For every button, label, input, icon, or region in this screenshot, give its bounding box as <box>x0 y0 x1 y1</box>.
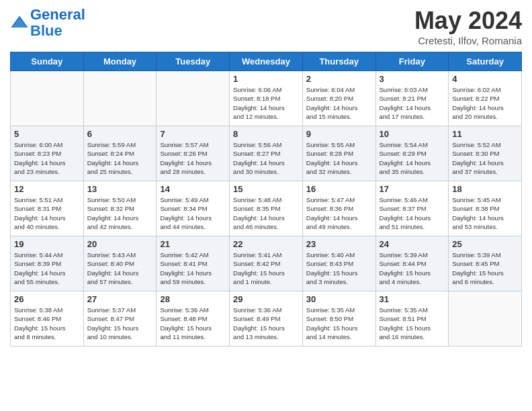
calendar-week-4: 26Sunrise: 5:38 AM Sunset: 8:46 PM Dayli… <box>11 291 522 347</box>
calendar-header-friday: Friday <box>375 52 449 71</box>
calendar-cell: 29Sunrise: 5:36 AM Sunset: 8:49 PM Dayli… <box>230 291 303 347</box>
day-number: 2 <box>306 74 372 84</box>
calendar-header-monday: Monday <box>83 52 157 71</box>
day-number: 3 <box>380 74 445 84</box>
calendar-week-1: 5Sunrise: 6:00 AM Sunset: 8:23 PM Daylig… <box>11 126 522 181</box>
day-info: Sunrise: 5:52 AM Sunset: 8:30 PM Dayligh… <box>452 140 518 176</box>
day-number: 20 <box>87 239 153 249</box>
calendar-cell: 12Sunrise: 5:51 AM Sunset: 8:31 PM Dayli… <box>11 181 84 236</box>
calendar-cell <box>11 71 84 126</box>
calendar-cell: 27Sunrise: 5:37 AM Sunset: 8:47 PM Dayli… <box>83 291 157 347</box>
header: General Blue May 2024 Cretesti, Ilfov, R… <box>10 7 522 46</box>
day-number: 11 <box>452 129 518 139</box>
day-info: Sunrise: 5:50 AM Sunset: 8:32 PM Dayligh… <box>87 195 153 231</box>
day-number: 7 <box>160 129 226 139</box>
day-info: Sunrise: 6:03 AM Sunset: 8:21 PM Dayligh… <box>380 85 445 121</box>
day-number: 14 <box>160 184 226 194</box>
day-info: Sunrise: 5:59 AM Sunset: 8:24 PM Dayligh… <box>87 140 153 176</box>
day-number: 17 <box>380 184 445 194</box>
calendar-cell: 11Sunrise: 5:52 AM Sunset: 8:30 PM Dayli… <box>449 126 522 181</box>
day-number: 22 <box>233 239 299 249</box>
calendar-cell: 22Sunrise: 5:41 AM Sunset: 8:42 PM Dayli… <box>230 236 303 291</box>
calendar-cell <box>83 71 157 126</box>
day-info: Sunrise: 5:39 AM Sunset: 8:44 PM Dayligh… <box>380 250 445 286</box>
calendar-header-saturday: Saturday <box>449 52 522 71</box>
calendar-cell: 1Sunrise: 6:06 AM Sunset: 8:18 PM Daylig… <box>230 71 303 126</box>
day-info: Sunrise: 6:00 AM Sunset: 8:23 PM Dayligh… <box>14 140 80 176</box>
day-number: 13 <box>87 184 153 194</box>
day-number: 15 <box>233 184 299 194</box>
calendar-header-thursday: Thursday <box>302 52 375 71</box>
day-info: Sunrise: 5:49 AM Sunset: 8:34 PM Dayligh… <box>160 195 226 231</box>
day-number: 16 <box>306 184 372 194</box>
day-info: Sunrise: 5:56 AM Sunset: 8:27 PM Dayligh… <box>233 140 299 176</box>
day-number: 29 <box>233 294 299 304</box>
calendar-cell: 6Sunrise: 5:59 AM Sunset: 8:24 PM Daylig… <box>83 126 157 181</box>
day-number: 5 <box>14 129 80 139</box>
day-number: 26 <box>14 294 80 304</box>
calendar-cell: 16Sunrise: 5:47 AM Sunset: 8:36 PM Dayli… <box>302 181 375 236</box>
day-info: Sunrise: 5:37 AM Sunset: 8:47 PM Dayligh… <box>87 306 153 341</box>
calendar-cell: 14Sunrise: 5:49 AM Sunset: 8:34 PM Dayli… <box>157 181 230 236</box>
day-info: Sunrise: 5:42 AM Sunset: 8:41 PM Dayligh… <box>160 250 226 286</box>
calendar-cell: 17Sunrise: 5:46 AM Sunset: 8:37 PM Dayli… <box>375 181 449 236</box>
day-info: Sunrise: 6:06 AM Sunset: 8:18 PM Dayligh… <box>233 85 299 121</box>
day-number: 31 <box>380 294 445 304</box>
calendar-cell: 30Sunrise: 5:35 AM Sunset: 8:50 PM Dayli… <box>302 291 375 347</box>
calendar-week-0: 1Sunrise: 6:06 AM Sunset: 8:18 PM Daylig… <box>11 71 522 126</box>
calendar-cell: 3Sunrise: 6:03 AM Sunset: 8:21 PM Daylig… <box>375 71 449 126</box>
calendar-cell: 25Sunrise: 5:39 AM Sunset: 8:45 PM Dayli… <box>449 236 522 291</box>
day-info: Sunrise: 5:43 AM Sunset: 8:40 PM Dayligh… <box>87 250 153 286</box>
calendar-header-tuesday: Tuesday <box>157 52 230 71</box>
calendar-cell: 15Sunrise: 5:48 AM Sunset: 8:35 PM Dayli… <box>230 181 303 236</box>
calendar-header-row: SundayMondayTuesdayWednesdayThursdayFrid… <box>11 52 522 71</box>
calendar-cell: 31Sunrise: 5:35 AM Sunset: 8:51 PM Dayli… <box>375 291 449 347</box>
day-number: 10 <box>380 129 445 139</box>
day-info: Sunrise: 5:36 AM Sunset: 8:49 PM Dayligh… <box>233 306 299 341</box>
calendar-header-sunday: Sunday <box>11 52 84 71</box>
day-info: Sunrise: 5:36 AM Sunset: 8:48 PM Dayligh… <box>160 306 226 341</box>
calendar-cell: 2Sunrise: 6:04 AM Sunset: 8:20 PM Daylig… <box>302 71 375 126</box>
day-number: 6 <box>87 129 153 139</box>
day-number: 23 <box>306 239 372 249</box>
day-number: 21 <box>160 239 226 249</box>
main-title: May 2024 <box>414 7 522 35</box>
calendar-week-2: 12Sunrise: 5:51 AM Sunset: 8:31 PM Dayli… <box>11 181 522 236</box>
day-number: 28 <box>160 294 226 304</box>
calendar-cell <box>449 291 522 347</box>
day-info: Sunrise: 5:44 AM Sunset: 8:39 PM Dayligh… <box>14 250 80 286</box>
page: General Blue May 2024 Cretesti, Ilfov, R… <box>0 0 532 411</box>
day-info: Sunrise: 6:02 AM Sunset: 8:22 PM Dayligh… <box>452 85 518 121</box>
day-number: 4 <box>452 74 518 84</box>
day-info: Sunrise: 5:48 AM Sunset: 8:35 PM Dayligh… <box>233 195 299 231</box>
subtitle: Cretesti, Ilfov, Romania <box>414 35 522 46</box>
day-number: 9 <box>306 129 372 139</box>
day-number: 1 <box>233 74 299 84</box>
day-info: Sunrise: 5:57 AM Sunset: 8:26 PM Dayligh… <box>160 140 226 176</box>
day-number: 27 <box>87 294 153 304</box>
day-number: 19 <box>14 239 80 249</box>
calendar-cell: 8Sunrise: 5:56 AM Sunset: 8:27 PM Daylig… <box>230 126 303 181</box>
day-number: 24 <box>380 239 445 249</box>
calendar-cell: 28Sunrise: 5:36 AM Sunset: 8:48 PM Dayli… <box>157 291 230 347</box>
day-number: 18 <box>452 184 518 194</box>
day-info: Sunrise: 5:38 AM Sunset: 8:46 PM Dayligh… <box>14 306 80 341</box>
calendar-cell: 9Sunrise: 5:55 AM Sunset: 8:28 PM Daylig… <box>302 126 375 181</box>
day-info: Sunrise: 5:40 AM Sunset: 8:43 PM Dayligh… <box>306 250 372 286</box>
calendar-cell: 10Sunrise: 5:54 AM Sunset: 8:29 PM Dayli… <box>375 126 449 181</box>
calendar-cell: 13Sunrise: 5:50 AM Sunset: 8:32 PM Dayli… <box>83 181 157 236</box>
day-info: Sunrise: 5:35 AM Sunset: 8:51 PM Dayligh… <box>380 306 445 341</box>
day-info: Sunrise: 5:46 AM Sunset: 8:37 PM Dayligh… <box>380 195 445 231</box>
calendar-cell: 4Sunrise: 6:02 AM Sunset: 8:22 PM Daylig… <box>449 71 522 126</box>
day-info: Sunrise: 5:51 AM Sunset: 8:31 PM Dayligh… <box>14 195 80 231</box>
day-info: Sunrise: 5:41 AM Sunset: 8:42 PM Dayligh… <box>233 250 299 286</box>
calendar-table: SundayMondayTuesdayWednesdayThursdayFrid… <box>10 52 522 347</box>
day-info: Sunrise: 5:35 AM Sunset: 8:50 PM Dayligh… <box>306 306 372 341</box>
day-number: 8 <box>233 129 299 139</box>
calendar-cell: 26Sunrise: 5:38 AM Sunset: 8:46 PM Dayli… <box>11 291 84 347</box>
day-info: Sunrise: 5:45 AM Sunset: 8:38 PM Dayligh… <box>452 195 518 231</box>
calendar-cell: 7Sunrise: 5:57 AM Sunset: 8:26 PM Daylig… <box>157 126 230 181</box>
calendar-cell: 20Sunrise: 5:43 AM Sunset: 8:40 PM Dayli… <box>83 236 157 291</box>
title-area: May 2024 Cretesti, Ilfov, Romania <box>414 7 522 46</box>
logo-text: General Blue <box>30 7 85 39</box>
